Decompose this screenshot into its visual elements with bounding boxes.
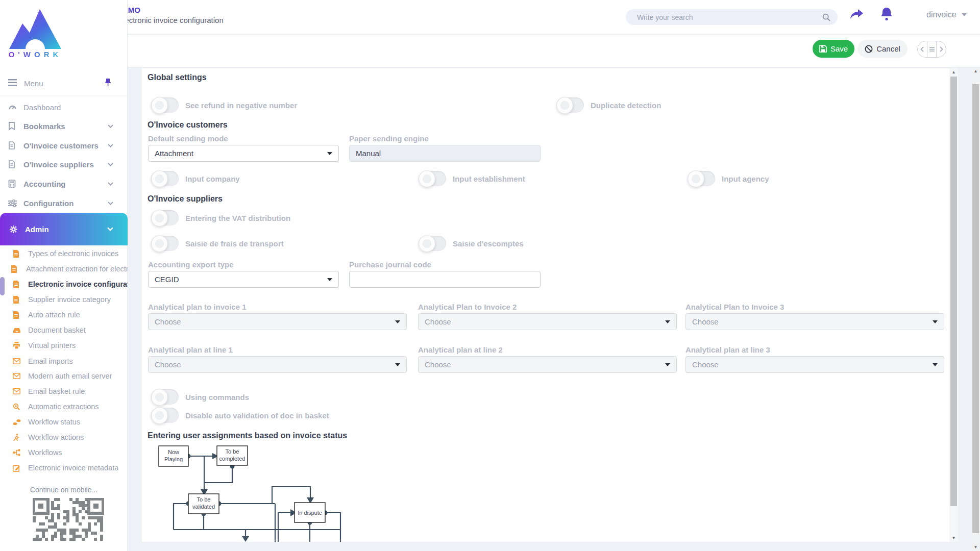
svg-text:Now: Now (168, 449, 179, 455)
sidebar-item-document-basket[interactable]: Document basket (0, 323, 128, 337)
sidebar-item-oinvoice-customers[interactable]: O'Invoice customers (0, 138, 128, 153)
sidebar-item-workflows[interactable]: Workflows (0, 446, 128, 459)
scroll-up-icon[interactable]: ▲ (971, 67, 980, 75)
envelope-icon (13, 373, 21, 379)
sidebar-item-electronic-invoice-metadata[interactable]: Electronic invoice metadata (0, 461, 128, 474)
sidebar-item-supplier-invoice-category[interactable]: Supplier invoice category (0, 293, 128, 306)
save-button[interactable]: Save (813, 40, 854, 58)
running-person-icon (13, 434, 21, 441)
next-record-button[interactable] (937, 41, 946, 57)
sitemap-icon (13, 449, 21, 456)
file-icon (11, 265, 19, 273)
scroll-down-icon[interactable]: ▼ (949, 534, 958, 542)
transport-fees-toggle[interactable] (151, 236, 179, 251)
page-title: Electronic invoice configuration (118, 16, 224, 24)
purchase-journal-input[interactable] (349, 271, 541, 288)
hamburger-icon[interactable] (8, 79, 17, 88)
bookmark-icon (8, 122, 17, 130)
prev-record-button[interactable] (918, 41, 927, 57)
vat-distribution-label: Entering the VAT distribution (185, 214, 290, 222)
sidebar-menu-header: Menu (0, 72, 128, 95)
share-icon[interactable] (850, 8, 864, 20)
input-agency-toggle[interactable] (688, 171, 715, 186)
sidebar-item-electronic-invoice-configuration[interactable]: Electronic invoice configuration (0, 278, 128, 291)
accounting-export-label: Accounting export type (148, 260, 234, 269)
duplicate-detection-toggle[interactable] (556, 97, 584, 113)
inbox-icon (13, 327, 21, 334)
sidebar-item-attachment-extraction[interactable]: Attachment extraction for electron (0, 262, 128, 276)
accounting-export-select[interactable]: CEGID (148, 271, 339, 288)
plan-invoice-3-label: Analytical Plan to Invoice 3 (685, 303, 784, 311)
file-icon (13, 250, 21, 258)
section-title-assignments: Entering user assignments based on invoi… (148, 431, 347, 440)
user-menu[interactable]: dinvoice (926, 10, 967, 19)
scroll-down-icon[interactable]: ▼ (971, 543, 980, 551)
transport-fees-label: Saisie de frais de transport (185, 239, 284, 248)
header: DEMO Electronic invoice configuration di… (104, 0, 980, 34)
plan-line-2-label: Analytical plan at line 2 (418, 345, 503, 354)
record-list-button[interactable] (927, 41, 937, 57)
sidebar-item-accounting[interactable]: Accounting (0, 177, 128, 191)
sidebar-item-dashboard[interactable]: Dashboard (0, 100, 128, 114)
svg-text:To be: To be (197, 496, 211, 503)
cancel-button[interactable]: Cancel (857, 40, 908, 58)
sidebar-item-workflow-actions[interactable]: Workflow actions (0, 431, 128, 444)
input-establishment-toggle[interactable] (419, 171, 446, 186)
chevron-down-icon (108, 163, 113, 166)
qr-code (33, 498, 104, 542)
sidebar-item-modern-auth-email-server[interactable]: Modern auth email server (0, 369, 128, 383)
pin-icon[interactable] (105, 79, 111, 88)
file-icon (13, 311, 21, 319)
sidebar-item-email-basket-rule[interactable]: Email basket rule (0, 385, 128, 398)
window-scrollbar-thumb[interactable] (972, 84, 979, 533)
bell-icon[interactable] (880, 7, 893, 21)
chevron-down-icon (108, 182, 113, 186)
search-icon[interactable] (822, 13, 830, 21)
sidebar-item-oinvoice-suppliers[interactable]: O'Invoice suppliers (0, 157, 128, 171)
svg-text:Playing: Playing (164, 456, 183, 462)
plan-line-1-label: Analytical plan at line 1 (148, 345, 233, 354)
panel-scrollbar-thumb[interactable] (950, 77, 957, 506)
sidebar-item-bookmarks[interactable]: Bookmarks (0, 119, 128, 133)
record-pager (917, 41, 946, 58)
plan-line-3-label: Analytical plan at line 3 (685, 345, 770, 354)
shoe-prints-icon (13, 419, 21, 425)
chevron-down-icon (108, 202, 113, 205)
sidebar-item-email-imports[interactable]: Email imports (0, 355, 128, 368)
input-company-toggle[interactable] (151, 171, 179, 186)
scroll-up-icon[interactable]: ▲ (949, 68, 958, 76)
disable-auto-validation-toggle[interactable] (151, 408, 179, 423)
sidebar-item-configuration[interactable]: Configuration (0, 196, 128, 210)
using-commands-toggle[interactable] (151, 389, 179, 405)
username: dinvoice (926, 10, 957, 19)
plan-line-2-select: Choose (418, 356, 677, 373)
workflow-diagram: NowPlaying To becompleted To bevalidated… (156, 445, 352, 542)
window-scrollbar[interactable]: ▲ ▼ (971, 67, 980, 551)
svg-text:completed: completed (219, 456, 246, 462)
sidebar-item-admin[interactable]: Admin (0, 213, 128, 245)
default-sending-mode-select[interactable]: Attachment (148, 145, 339, 162)
vat-distribution-toggle[interactable] (151, 210, 179, 226)
sidebar-item-virtual-printers[interactable]: Virtual printers (0, 339, 128, 352)
svg-text:To be: To be (226, 448, 239, 455)
mobile-hint: Continue on mobile... (0, 486, 128, 494)
gear-icon (9, 225, 18, 234)
chevron-down-icon (108, 144, 113, 147)
input-agency-label: Input agency (722, 174, 769, 183)
panel-scrollbar[interactable]: ▲ ▼ (949, 68, 958, 542)
sidebar-item-automatic-extractions[interactable]: Automatic extractions (0, 400, 128, 413)
sidebar-item-workflow-status[interactable]: Workflow status (0, 415, 128, 429)
file-icon (13, 296, 21, 304)
refund-negative-toggle[interactable] (151, 97, 179, 113)
sidebar-item-auto-attach-rule[interactable]: Auto attach rule (0, 308, 128, 321)
sidebar-item-types-of-electronic-invoices[interactable]: Types of electronic invoices (0, 247, 128, 260)
logo-text: O'WORK (7, 50, 63, 59)
using-commands-label: Using commands (185, 393, 249, 402)
section-title-suppliers: O'Invoice suppliers (148, 194, 223, 204)
discount-entry-toggle[interactable] (419, 236, 446, 251)
sidebar: O'WORK Menu Dashboard Bookmarks O'Invoic… (0, 0, 128, 551)
app-logo[interactable]: O'WORK (0, 0, 128, 71)
search-input[interactable] (637, 13, 811, 21)
settings-panel: Global settings See refund in negative n… (142, 68, 949, 542)
paper-sending-engine-input (349, 145, 541, 162)
